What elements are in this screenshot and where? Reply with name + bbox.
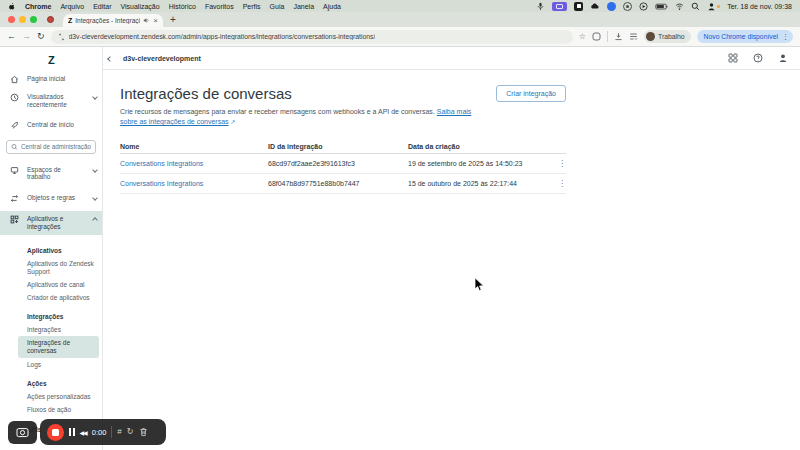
bookmark-star-icon[interactable]: ☆ bbox=[579, 33, 586, 41]
apple-logo-icon[interactable] bbox=[8, 2, 16, 11]
products-grid-icon[interactable] bbox=[728, 49, 738, 67]
reading-mode-icon[interactable] bbox=[592, 32, 601, 41]
row-overflow-icon[interactable]: ⋮ bbox=[554, 159, 566, 168]
site-info-icon[interactable] bbox=[58, 33, 65, 41]
sidebar-item-central-de-inicio[interactable]: Central de início bbox=[0, 121, 102, 130]
menu-guia[interactable]: Guia bbox=[270, 3, 285, 10]
restart-recording-icon[interactable]: ↻ bbox=[127, 428, 134, 436]
objects-rules-icon bbox=[10, 194, 19, 203]
recorder-toolbar: ◀◀ 0:00 # ↻ bbox=[40, 419, 166, 445]
sidebar-item-aplicativos-zendesk-support[interactable]: Aplicativos do Zendesk Support bbox=[0, 260, 102, 276]
menu-arquivo[interactable]: Arquivo bbox=[60, 3, 84, 10]
sidebar-item-logs[interactable]: Logs bbox=[0, 361, 102, 369]
sidebar-item-aplicativos-de-canal[interactable]: Aplicativos de canal bbox=[0, 281, 102, 289]
new-tab-button[interactable]: + bbox=[170, 15, 176, 25]
stop-recording-button[interactable] bbox=[47, 424, 64, 441]
macos-menubar: Chrome Arquivo Editar Visualização Histó… bbox=[0, 0, 800, 12]
record-dot-icon bbox=[47, 16, 54, 23]
integration-name-link[interactable]: Conversations Integrations bbox=[120, 180, 203, 187]
chevron-down-icon bbox=[92, 94, 98, 100]
admin-search[interactable] bbox=[6, 140, 96, 154]
browser-tab[interactable]: Z Integrações - Integraçõe × bbox=[63, 14, 163, 27]
screen: Chrome Arquivo Editar Visualização Histó… bbox=[0, 0, 800, 450]
menu-chrome[interactable]: Chrome bbox=[25, 3, 51, 10]
address-bar[interactable]: d3v-cleverdevelopment.zendesk.com/admin/… bbox=[51, 30, 573, 44]
search-icon bbox=[11, 143, 18, 151]
row-overflow-icon[interactable]: ⋮ bbox=[554, 179, 566, 188]
window-minimize-button[interactable] bbox=[19, 16, 26, 23]
discard-recording-icon[interactable] bbox=[139, 423, 148, 441]
reading-list-icon[interactable] bbox=[629, 32, 638, 41]
back-button[interactable]: ← bbox=[7, 32, 16, 41]
user-profile-icon[interactable] bbox=[778, 49, 788, 67]
sidebar-item-aplicativos-e-integracoes[interactable]: Aplicativos e integrações bbox=[0, 211, 102, 235]
gray-app-icon[interactable] bbox=[623, 2, 632, 11]
menubar-clock[interactable]: Ter. 18 de nov. 09:38 bbox=[727, 3, 792, 10]
url-text: d3v-cleverdevelopment.zendesk.com/admin/… bbox=[69, 33, 376, 40]
zendesk-logo: Z bbox=[48, 54, 54, 66]
chrome-update-chip[interactable]: Novo Chrome disponível ⋮ bbox=[697, 30, 793, 43]
camera-icon bbox=[16, 427, 29, 438]
integration-id: 68cd97df2aae2e3f91613fc3 bbox=[268, 160, 408, 167]
download-icon[interactable] bbox=[614, 32, 623, 41]
tab-audio-icon[interactable] bbox=[143, 17, 150, 25]
pause-recording-button[interactable] bbox=[69, 428, 75, 436]
sidebar-section-aplicativos: Aplicativos bbox=[0, 247, 102, 255]
menu-janela[interactable]: Janela bbox=[293, 3, 314, 10]
collapse-sidebar-icon[interactable] bbox=[107, 56, 113, 62]
menu-visualizacao[interactable]: Visualização bbox=[120, 3, 159, 10]
help-icon[interactable] bbox=[753, 49, 763, 67]
screen-recording-indicator-icon[interactable] bbox=[552, 2, 567, 11]
play-circle-icon[interactable] bbox=[639, 2, 648, 11]
recorder-camera-button[interactable] bbox=[8, 421, 37, 444]
col-header-nome: Nome bbox=[120, 143, 268, 150]
sidebar-item-integracoes[interactable]: Integrações bbox=[0, 326, 102, 334]
recorder-divider bbox=[111, 426, 112, 438]
sidebar-item-objetos-e-regras[interactable]: Objetos e regras bbox=[0, 194, 102, 203]
window-close-button[interactable] bbox=[8, 16, 15, 23]
spotlight-search-icon[interactable] bbox=[691, 2, 700, 11]
account-name: d3v-cleverdevelopment bbox=[123, 55, 201, 62]
sidebar-item-espacos-de-trabalho[interactable]: Espaços de trabalho bbox=[0, 166, 102, 182]
profile-chip[interactable]: Trabalho bbox=[644, 30, 691, 43]
menu-favoritos[interactable]: Favoritos bbox=[205, 3, 234, 10]
sidebar-item-visualizados-recentemente[interactable]: Visualizados recentemente bbox=[0, 93, 102, 109]
menu-editar[interactable]: Editar bbox=[93, 3, 111, 10]
profile-avatar bbox=[646, 32, 655, 41]
reload-button[interactable]: ↻ bbox=[37, 32, 45, 41]
zendesk-favicon: Z bbox=[68, 17, 72, 24]
menu-perfis[interactable]: Perfis bbox=[243, 3, 261, 10]
browser-toolbar: ← → ↻ d3v-cleverdevelopment.zendesk.com/… bbox=[0, 27, 800, 47]
blue-app-icon[interactable] bbox=[607, 2, 616, 11]
screenshot-app-icon[interactable] bbox=[574, 2, 583, 11]
forward-button[interactable]: → bbox=[22, 32, 31, 41]
tab-strip: Z Integrações - Integraçõe × + bbox=[0, 12, 800, 27]
wifi-icon[interactable] bbox=[675, 2, 684, 11]
window-zoom-button[interactable] bbox=[30, 16, 37, 23]
menu-historico[interactable]: Histórico bbox=[169, 3, 196, 10]
table-row: Conversations Integrations 68cd97df2aae2… bbox=[120, 154, 566, 174]
sidebar-item-pagina-inicial[interactable]: Página inicial bbox=[0, 75, 102, 84]
create-integration-button[interactable]: Criar integração bbox=[496, 85, 566, 102]
admin-header: d3v-cleverdevelopment bbox=[103, 47, 800, 70]
sidebar-item-acoes-personalizadas[interactable]: Ações personalizadas bbox=[0, 393, 102, 401]
sidebar-section-integracoes: Integrações bbox=[0, 313, 102, 321]
apps-integrations-icon bbox=[10, 215, 19, 224]
browser-menu-icon[interactable]: ⋮ bbox=[782, 33, 789, 41]
rewind-button[interactable]: ◀◀ bbox=[80, 429, 87, 436]
battery-icon[interactable] bbox=[655, 2, 668, 11]
page-description: Crie recursos de mensagens para enviar e… bbox=[120, 107, 480, 127]
menu-ajuda[interactable]: Ajuda bbox=[323, 3, 341, 10]
sidebar-section-acoes: Ações bbox=[0, 380, 102, 388]
user-switcher-icon[interactable] bbox=[707, 2, 720, 11]
integration-name-link[interactable]: Conversations Integrations bbox=[120, 160, 203, 167]
microphone-icon[interactable] bbox=[536, 2, 545, 11]
sidebar-item-criador-de-aplicativos[interactable]: Criador de aplicativos bbox=[0, 294, 102, 302]
sidebar-item-integracoes-de-conversas[interactable]: Integrações de conversas bbox=[18, 336, 99, 358]
search-input[interactable] bbox=[21, 143, 91, 150]
crosshair-icon[interactable]: # bbox=[117, 428, 121, 436]
integration-id: 68f047b8d97751e88b0b7447 bbox=[268, 180, 408, 187]
sidebar-item-fluxos-de-acao[interactable]: Fluxos de ação bbox=[0, 406, 102, 414]
cloud-icon[interactable] bbox=[590, 2, 600, 10]
tab-close-icon[interactable]: × bbox=[153, 17, 158, 25]
